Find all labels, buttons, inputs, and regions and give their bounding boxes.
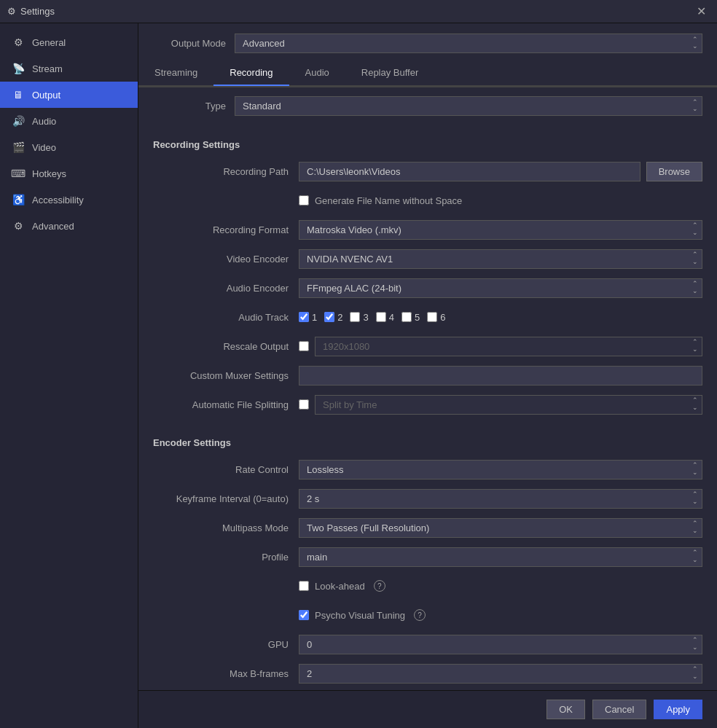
rate-control-label: Rate Control [153, 464, 299, 475]
rescale-output-select[interactable]: 1920x1080 1280x720 [315, 337, 702, 356]
content-area: Output Mode Advanced Simple Streaming Re… [138, 23, 717, 728]
tab-recording[interactable]: Recording [213, 60, 289, 86]
rescale-output-checkbox[interactable] [299, 341, 309, 351]
accessibility-icon: ♿ [12, 193, 25, 206]
rate-control-row: Rate Control Lossless CQP VBR CBR [153, 458, 702, 480]
tab-replay-buffer[interactable]: Replay Buffer [345, 60, 435, 86]
stream-icon: 📡 [12, 62, 25, 75]
recording-format-select[interactable]: Matroska Video (.mkv) MP4 MOV [299, 220, 702, 240]
sidebar-label-advanced: Advanced [32, 221, 74, 232]
recording-settings-title: Recording Settings [153, 139, 702, 150]
general-icon: ⚙ [12, 36, 25, 49]
multipass-mode-select[interactable]: Two Passes (Full Resolution) Two Passes … [299, 518, 702, 538]
ok-button[interactable]: OK [546, 700, 585, 719]
look-ahead-help-icon[interactable]: ? [374, 580, 385, 592]
max-bframes-select[interactable]: 2 0 1 3 [299, 664, 702, 684]
encoder-settings-title: Encoder Settings [153, 437, 702, 448]
auto-split-select[interactable]: Split by Time Split by Size [315, 395, 702, 415]
sidebar-label-hotkeys: Hotkeys [32, 168, 66, 179]
sidebar-item-hotkeys[interactable]: ⌨ Hotkeys [0, 160, 138, 187]
recording-format-row: Recording Format Matroska Video (.mkv) M… [153, 219, 702, 240]
multipass-mode-row: Multipass Mode Two Passes (Full Resoluti… [153, 517, 702, 539]
audio-track-3-checkbox[interactable] [350, 312, 360, 322]
tab-bar: Streaming Recording Audio Replay Buffer [138, 60, 717, 87]
gpu-label: GPU [153, 639, 299, 650]
gpu-select[interactable]: 0 1 [299, 635, 702, 654]
sidebar-item-video[interactable]: 🎬 Video [0, 134, 138, 160]
browse-button[interactable]: Browse [646, 162, 702, 181]
sidebar-label-video: Video [32, 142, 56, 153]
keyframe-interval-select[interactable]: 2 s 0 1 s [299, 489, 702, 509]
recording-path-label: Recording Path [153, 166, 299, 177]
audio-track-6-checkbox[interactable] [427, 312, 437, 322]
close-button[interactable]: ✕ [692, 3, 710, 20]
custom-muxer-input[interactable] [299, 366, 702, 385]
generate-filename-checkbox[interactable] [299, 195, 309, 206]
title-bar-left: ⚙ Settings [7, 6, 55, 17]
audio-track-4-checkbox[interactable] [376, 312, 386, 322]
cancel-button[interactable]: Cancel [592, 700, 646, 719]
auto-split-row: Automatic File Splitting Split by Time S… [153, 394, 702, 415]
type-select-wrapper: Standard Custom Output (FFmpeg) [235, 96, 702, 116]
sidebar-item-output[interactable]: 🖥 Output [0, 82, 138, 108]
keyframe-interval-label: Keyframe Interval (0=auto) [153, 493, 299, 504]
profile-label: Profile [153, 552, 299, 563]
tab-streaming[interactable]: Streaming [138, 60, 213, 86]
audio-encoder-label: Audio Encoder [153, 283, 299, 294]
profile-select-wrapper: main high baseline [299, 547, 702, 567]
audio-track-control: 1 2 3 4 5 [299, 312, 702, 323]
sidebar-item-advanced[interactable]: ⚙ Advanced [0, 213, 138, 239]
recording-path-input[interactable] [299, 162, 640, 181]
audio-icon: 🔊 [12, 114, 25, 128]
auto-split-control: Split by Time Split by Size [299, 395, 702, 415]
recording-format-select-wrapper: Matroska Video (.mkv) MP4 MOV [299, 220, 702, 240]
recording-format-label: Recording Format [153, 224, 299, 235]
type-select[interactable]: Standard Custom Output (FFmpeg) [235, 96, 702, 116]
video-encoder-select-wrapper: NVIDIA NVENC AV1 NVIDIA NVENC H.264 x264 [299, 249, 702, 269]
sidebar-label-general: General [32, 37, 66, 48]
psycho-visual-help-icon[interactable]: ? [414, 609, 426, 621]
recording-path-row: Recording Path Browse [153, 160, 702, 182]
title-bar: ⚙ Settings ✕ [0, 0, 717, 23]
output-mode-select[interactable]: Advanced Simple [235, 34, 702, 53]
video-encoder-select[interactable]: NVIDIA NVENC AV1 NVIDIA NVENC H.264 x264 [299, 249, 702, 269]
sidebar-label-audio: Audio [32, 116, 56, 127]
audio-encoder-select[interactable]: FFmpeg ALAC (24-bit) AAC MP3 [299, 278, 702, 298]
psycho-visual-control: Psycho Visual Tuning ? [299, 609, 702, 621]
audio-track-2: 2 [324, 312, 342, 323]
sidebar-item-audio[interactable]: 🔊 Audio [0, 108, 138, 134]
rescale-output-select-wrapper: 1920x1080 1280x720 [315, 337, 702, 356]
rate-control-select-wrapper: Lossless CQP VBR CBR [299, 460, 702, 480]
apply-button[interactable]: Apply [654, 700, 702, 719]
look-ahead-row: Look-ahead ? [153, 575, 702, 597]
sidebar: ⚙ General 📡 Stream 🖥 Output 🔊 Audio 🎬 Vi… [0, 23, 138, 728]
tab-audio[interactable]: Audio [289, 60, 345, 86]
sidebar-item-accessibility[interactable]: ♿ Accessibility [0, 187, 138, 213]
max-bframes-row: Max B-frames 2 0 1 3 [153, 662, 702, 684]
look-ahead-checkbox[interactable] [299, 581, 309, 591]
profile-select[interactable]: main high baseline [299, 547, 702, 567]
audio-track-5-checkbox[interactable] [401, 312, 412, 322]
bottom-bar: OK Cancel Apply [138, 690, 717, 728]
audio-track-1-checkbox[interactable] [299, 312, 309, 322]
custom-muxer-row: Custom Muxer Settings [153, 364, 702, 386]
sidebar-label-accessibility: Accessibility [32, 195, 84, 206]
sidebar-item-general[interactable]: ⚙ General [0, 29, 138, 55]
hotkeys-icon: ⌨ [12, 167, 25, 180]
psycho-visual-checkbox[interactable] [299, 610, 309, 620]
audio-encoder-select-wrapper: FFmpeg ALAC (24-bit) AAC MP3 [299, 278, 702, 298]
output-mode-row: Output Mode Advanced Simple [138, 23, 717, 60]
sidebar-item-stream[interactable]: 📡 Stream [0, 55, 138, 82]
video-icon: 🎬 [12, 141, 25, 154]
rescale-output-control: 1920x1080 1280x720 [299, 337, 702, 356]
gpu-row: GPU 0 1 [153, 633, 702, 655]
output-mode-select-wrapper: Advanced Simple [235, 34, 702, 53]
rescale-output-label: Rescale Output [153, 341, 299, 352]
generate-filename-row: Generate File Name without Space [153, 189, 702, 211]
rate-control-select[interactable]: Lossless CQP VBR CBR [299, 460, 702, 480]
auto-split-checkbox[interactable] [299, 399, 309, 410]
audio-track-2-checkbox[interactable] [324, 312, 334, 322]
auto-split-label: Automatic File Splitting [153, 399, 299, 410]
output-mode-label: Output Mode [153, 38, 226, 49]
max-bframes-label: Max B-frames [153, 668, 299, 679]
